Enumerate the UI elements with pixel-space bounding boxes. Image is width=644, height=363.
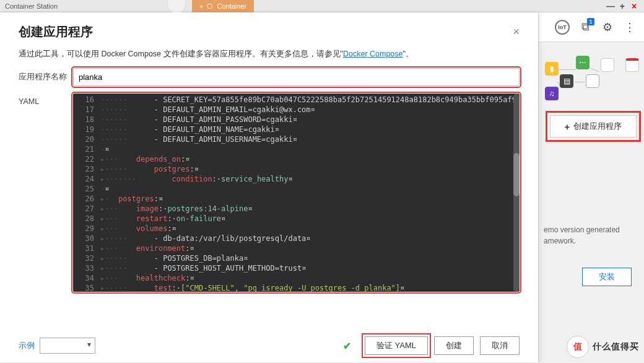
app-name-input[interactable] — [73, 68, 520, 86]
app-name-label: 应用程序名称 — [19, 68, 73, 82]
compass-icon: ⌖ — [586, 74, 599, 88]
example-link[interactable]: 示例 — [19, 340, 35, 351]
calendar-icon — [625, 58, 639, 72]
restore-button[interactable]: + — [617, 1, 627, 11]
music-icon: ♫ — [545, 87, 559, 100]
watermark-text: 什么值得买 — [593, 341, 639, 352]
create-button[interactable]: 创建 — [434, 336, 474, 355]
docker-compose-link[interactable]: Docker Compose — [343, 50, 403, 58]
cancel-button[interactable]: 取消 — [480, 336, 520, 355]
app-toolbar: IoT ⧉ ⚙ ⋮ — [539, 12, 644, 42]
gear-icon[interactable]: ⚙ — [601, 20, 614, 34]
check-icon: ✔ — [343, 340, 351, 352]
yaml-editor[interactable]: 1617181920212223242526272829303132333435… — [73, 94, 520, 292]
validate-yaml-button[interactable]: 验证 YAML — [365, 336, 428, 355]
plus-icon: + — [565, 121, 570, 132]
create-app-button-bg[interactable]: + 创建应用程序 — [550, 115, 637, 138]
example-select[interactable] — [40, 338, 95, 354]
close-window-button[interactable]: × — [629, 1, 639, 11]
folder-icon: ▮ — [545, 62, 559, 76]
minimize-button[interactable]: — — [606, 1, 616, 11]
yaml-label: YAML — [19, 94, 73, 106]
iot-icon[interactable]: IoT — [555, 20, 570, 35]
modal-title: 创建应用程序 — [19, 24, 93, 40]
demo-text: emo version generated amework. — [544, 224, 637, 247]
watermark-badge: 值 — [567, 336, 589, 358]
window-titlebar: Container Station — + × — [0, 0, 644, 12]
app-title: Container Station — [5, 2, 58, 10]
video-icon: ▤ — [560, 74, 573, 88]
close-icon[interactable]: × — [513, 25, 520, 38]
install-button[interactable]: 安装 — [582, 268, 632, 286]
background-app-icons: ▮ ⋯ M ▤ ⌖ ♫ — [539, 50, 644, 105]
chat-icon: ⋯ — [576, 56, 590, 69]
scrollbar-thumb[interactable] — [513, 153, 520, 196]
modal-description: 通过此工具，可以使用 Docker Compose 文件创建多容器应用程序。有关… — [0, 49, 538, 66]
tab-container[interactable]: +⎔Container — [192, 0, 254, 12]
site-watermark: 值 什么值得买 — [567, 336, 639, 358]
gmail-icon: M — [601, 58, 614, 72]
code-content: ······ - SECRET_KEY=57a855fe89bC70ab047C… — [100, 94, 512, 292]
more-icon[interactable]: ⋮ — [623, 20, 637, 34]
line-gutter: 1617181920212223242526272829303132333435… — [73, 94, 98, 292]
containers-icon[interactable]: ⧉ — [578, 20, 592, 34]
create-app-modal: 创建应用程序 × 通过此工具，可以使用 Docker Compose 文件创建多… — [0, 12, 539, 362]
